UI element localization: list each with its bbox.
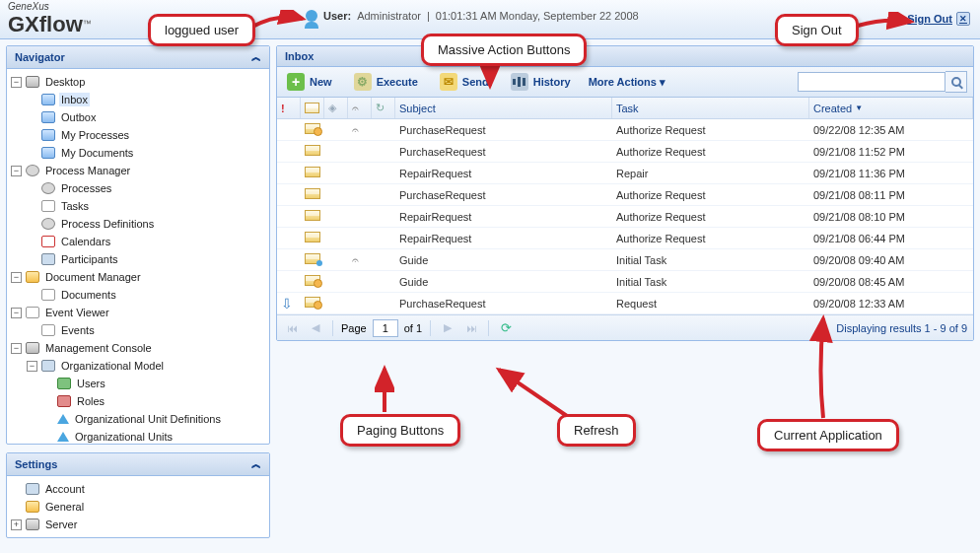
doc-icon (41, 200, 55, 212)
settings-server[interactable]: +Server (11, 516, 267, 533)
settings-general[interactable]: General (11, 498, 267, 516)
tree-tasks[interactable]: Tasks (27, 197, 267, 215)
callout-loggued-user: loggued user (148, 14, 255, 46)
toggle-icon[interactable]: − (11, 343, 22, 354)
tree-events[interactable]: Events (27, 321, 267, 339)
table-row[interactable]: RepairRequestAuthorize Request09/21/08 0… (277, 206, 973, 228)
cell-created: 09/21/08 11:36 PM (809, 168, 973, 179)
toggle-icon[interactable]: − (11, 272, 22, 283)
table-row[interactable]: GuideInitial Task09/20/08 08:45 AM (277, 271, 973, 293)
tree-documents[interactable]: Documents (27, 286, 267, 304)
col-refresh[interactable]: ↻ (372, 98, 395, 118)
tree-event-viewer[interactable]: −Event Viewer (11, 304, 267, 321)
pager-next[interactable]: ▶ (439, 319, 456, 337)
tree-org-model[interactable]: −Organizational Model (27, 357, 267, 375)
history-icon (511, 73, 528, 91)
col-subject[interactable]: Subject (395, 98, 612, 118)
logo-tm: ™ (83, 19, 92, 29)
settings-header[interactable]: Settings ︽ (7, 453, 269, 476)
folder-icon (41, 147, 55, 159)
gear-icon (41, 218, 55, 230)
tree-outbox[interactable]: Outbox (27, 108, 267, 126)
search-button[interactable] (945, 71, 967, 93)
tree-document-manager[interactable]: −Document Manager (11, 268, 267, 286)
table-row[interactable]: 𝄐GuideInitial Task09/20/08 09:40 AM (277, 249, 973, 271)
doc-icon (41, 289, 55, 301)
cell-created: 09/21/08 11:52 PM (809, 146, 973, 158)
tree-process-definitions[interactable]: Process Definitions (27, 215, 267, 233)
refresh-icon: ↻ (376, 102, 385, 114)
col-task[interactable]: Task (612, 98, 809, 118)
settings-tree: Account General +Server (7, 476, 269, 537)
execute-button[interactable]: ⚙Execute (350, 71, 422, 93)
toggle-icon[interactable]: − (11, 166, 22, 176)
new-button[interactable]: +New (283, 71, 336, 93)
navigator-header[interactable]: Navigator ︽ (7, 46, 269, 69)
tree-users[interactable]: Users (42, 375, 267, 392)
collapse-icon[interactable]: ︽ (251, 50, 261, 64)
settings-title: Settings (15, 458, 57, 470)
cell-subject: RepairRequest (395, 211, 612, 223)
cell-created: 09/21/08 08:10 PM (809, 211, 973, 223)
tree-processes[interactable]: Processes (27, 179, 267, 197)
col-envelope[interactable] (301, 98, 324, 118)
envelope-icon (305, 297, 320, 308)
history-button[interactable]: History (507, 71, 575, 93)
tree-org-unit-defs[interactable]: Organizational Unit Definitions (42, 410, 267, 428)
tree-desktop[interactable]: −Desktop (11, 73, 267, 91)
more-actions-button[interactable]: More Actions▾ (589, 76, 665, 89)
col-created[interactable]: Created▼ (809, 98, 973, 118)
toggle-icon[interactable]: − (27, 361, 37, 372)
doc-icon (41, 324, 55, 336)
tree-process-manager[interactable]: −Process Manager (11, 162, 267, 179)
tree-my-documents[interactable]: My Documents (27, 144, 267, 162)
paperclip-icon: 𝄐 (352, 102, 359, 115)
table-row[interactable]: ⇩PurchaseRequestRequest09/20/08 12:33 AM (277, 293, 973, 314)
col-tag[interactable]: ◈ (324, 98, 348, 118)
callout-refresh: Refresh (557, 414, 636, 447)
sort-desc-icon: ▼ (855, 104, 863, 112)
page-input[interactable] (373, 319, 398, 337)
priority-low-icon: ⇩ (281, 296, 293, 311)
tree-inbox[interactable]: Inbox (27, 91, 267, 108)
inbox-toolbar: +New ⚙Execute ✉Send History More Actions… (277, 67, 973, 98)
search-icon (951, 77, 961, 87)
tree-calendars[interactable]: Calendars (27, 233, 267, 250)
paperclip-icon: 𝄐 (352, 123, 359, 137)
table-row[interactable]: RepairRequestRepair09/21/08 11:36 PM (277, 163, 973, 184)
navigator-title: Navigator (15, 51, 65, 63)
pager-last[interactable]: ⏭ (462, 319, 480, 337)
tree-participants[interactable]: Participants (27, 250, 267, 268)
cell-task: Initial Task (612, 276, 809, 288)
toggle-icon[interactable]: + (11, 519, 22, 530)
envelope-icon: ✉ (440, 73, 457, 91)
table-row[interactable]: PurchaseRequestAuthorize Request09/21/08… (277, 141, 973, 163)
table-row[interactable]: PurchaseRequestAuthorize Request09/21/08… (277, 184, 973, 206)
pager-first[interactable]: ⏮ (283, 319, 301, 337)
settings-account[interactable]: Account (11, 480, 267, 498)
cell-task: Authorize Request (612, 124, 809, 136)
callout-sign-out: Sign Out (775, 14, 859, 46)
tree-my-processes[interactable]: My Processes (27, 126, 267, 144)
toggle-icon[interactable]: − (11, 77, 22, 88)
table-row[interactable]: RepairRequestAuthorize Request09/21/08 0… (277, 228, 973, 249)
pager-prev[interactable]: ◀ (307, 319, 324, 337)
settings-panel: Settings ︽ Account General +Server (6, 452, 270, 538)
tree-roles[interactable]: Roles (42, 392, 267, 410)
collapse-icon[interactable]: ︽ (251, 457, 261, 471)
general-icon (26, 501, 39, 513)
tree-org-units[interactable]: Organizational Units (42, 428, 267, 444)
toggle-icon[interactable]: − (11, 308, 22, 318)
inbox-panel: Inbox +New ⚙Execute ✉Send History More A… (276, 45, 974, 341)
logo-main: GXflow (8, 12, 83, 36)
cell-subject: RepairRequest (395, 168, 612, 179)
pager-refresh[interactable]: ⟳ (497, 319, 515, 337)
tree-management-console[interactable]: −Management Console (11, 339, 267, 357)
search-input[interactable] (798, 72, 945, 92)
col-attach[interactable]: 𝄐 (348, 98, 372, 118)
console-icon (26, 342, 39, 354)
table-row[interactable]: 𝄐PurchaseRequestAuthorize Request09/22/0… (277, 119, 973, 141)
signout-link[interactable]: Sign Out ✕ (907, 12, 970, 26)
col-priority[interactable]: ! (277, 98, 301, 118)
search-wrap (798, 71, 967, 93)
